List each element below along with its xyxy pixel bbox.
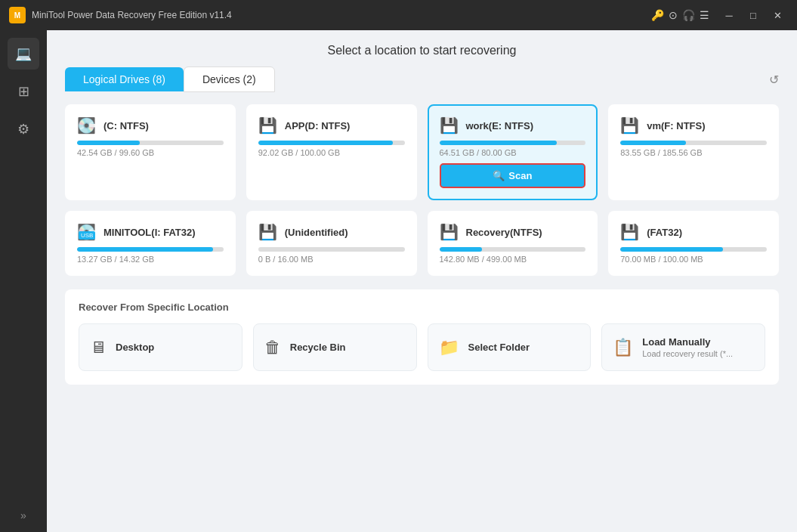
drive-size: 13.27 GB / 14.32 GB xyxy=(77,255,224,264)
drive-progress-fill xyxy=(620,141,686,145)
drive-size: 83.55 GB / 185.56 GB xyxy=(620,148,767,157)
drive-progress-bar xyxy=(258,141,405,145)
drive-name: APP(D: NTFS) xyxy=(285,120,351,131)
drive-card-top: 💽 USB MINITOOL(I: FAT32) xyxy=(77,223,224,241)
drive-card-top: 💾 Recovery(NTFS) xyxy=(440,223,586,241)
drive-card-work[interactable]: 💾 work(E: NTFS) 64.51 GB / 80.00 GB 🔍 Sc… xyxy=(428,104,598,200)
title-bar: M MiniTool Power Data Recovery Free Edit… xyxy=(0,0,797,30)
recover-card-desktop[interactable]: 🖥 Desktop xyxy=(79,323,242,371)
app-body: 💻 ⊞ ⚙ » Select a location to start recov… xyxy=(0,30,797,532)
app-logo: M xyxy=(9,7,26,23)
sidebar-item-scan[interactable]: 💻 xyxy=(8,38,39,70)
manual-text-group: Load Manually Load recovery result (*... xyxy=(642,336,733,358)
drive-card-top: 💾 (FAT32) xyxy=(620,223,767,241)
drive-progress-bar xyxy=(440,141,586,145)
drive-card-top: 💾 (Unidentified) xyxy=(258,223,405,241)
sidebar-item-grid[interactable]: ⊞ xyxy=(8,76,39,107)
drive-size: 42.54 GB / 99.60 GB xyxy=(77,148,224,157)
recover-section: Recover From Specific Location 🖥 Desktop… xyxy=(65,289,779,385)
drive-size: 142.80 MB / 499.00 MB xyxy=(440,255,586,264)
window-controls: ─ □ ✕ xyxy=(718,5,788,26)
drive-card-top: 💾 APP(D: NTFS) xyxy=(258,116,405,135)
drive-progress-fill xyxy=(258,141,393,145)
minimize-button[interactable]: ─ xyxy=(718,5,740,26)
drive-name: Recovery(NTFS) xyxy=(466,227,542,238)
drive-progress-bar xyxy=(440,247,586,252)
search-icon: 🔍 xyxy=(493,170,505,181)
folder-icon: 📁 xyxy=(439,338,459,357)
manual-sublabel: Load recovery result (*... xyxy=(642,349,733,358)
drive-icon-wrap: 💽 USB xyxy=(77,223,96,241)
recycle-icon: 🗑 xyxy=(264,338,281,357)
drive-icon: 💾 xyxy=(440,223,459,241)
recover-section-title: Recover From Specific Location xyxy=(79,302,765,313)
drive-name: vm(F: NTFS) xyxy=(647,120,705,131)
recover-card-manual[interactable]: 📋 Load Manually Load recovery result (*.… xyxy=(601,323,765,371)
desktop-icon: 🖥 xyxy=(90,338,107,357)
drive-name: MINITOOL(I: FAT32) xyxy=(103,227,196,238)
drive-card-top: 💾 work(E: NTFS) xyxy=(440,116,586,135)
recover-card-recycle[interactable]: 🗑 Recycle Bin xyxy=(253,323,417,371)
drive-size: 0 B / 16.00 MB xyxy=(258,255,405,264)
app-title: MiniTool Power Data Recovery Free Editio… xyxy=(32,10,651,20)
drive-progress-fill xyxy=(440,247,482,252)
drive-size: 70.00 MB / 100.00 MB xyxy=(620,255,767,264)
drive-card-vm[interactable]: 💾 vm(F: NTFS) 83.55 GB / 185.56 GB xyxy=(608,104,779,200)
menu-icon[interactable]: ☰ xyxy=(700,9,709,21)
recycle-label: Recycle Bin xyxy=(290,342,346,353)
drive-progress-bar xyxy=(258,247,405,252)
title-action-icons: 🔑 ⊙ 🎧 ☰ xyxy=(651,9,709,21)
settings-icon: ⚙ xyxy=(17,121,29,138)
drive-card-minitool[interactable]: 💽 USB MINITOOL(I: FAT32) 13.27 GB / 14.3… xyxy=(65,211,236,276)
drive-name: (Unidentified) xyxy=(285,227,348,238)
drive-name: (FAT32) xyxy=(647,227,682,238)
drive-progress-fill xyxy=(77,141,140,145)
folder-label: Select Folder xyxy=(468,342,530,353)
drive-progress-fill xyxy=(620,247,723,252)
page-title: Select a location to start recovering xyxy=(47,30,797,66)
drive-card-unidentified[interactable]: 💾 (Unidentified) 0 B / 16.00 MB xyxy=(246,211,417,276)
drive-progress-bar xyxy=(77,141,224,145)
tab-logical-drives[interactable]: Logical Drives (8) xyxy=(65,67,184,91)
drive-card-recovery[interactable]: 💾 Recovery(NTFS) 142.80 MB / 499.00 MB xyxy=(428,211,598,276)
maximize-button[interactable]: □ xyxy=(743,5,764,26)
close-button[interactable]: ✕ xyxy=(767,5,788,26)
folder-text-group: Select Folder xyxy=(468,342,530,353)
usb-badge: USB xyxy=(79,231,95,240)
scan-button[interactable]: 🔍 Scan xyxy=(440,163,586,188)
drive-card-app[interactable]: 💾 APP(D: NTFS) 92.02 GB / 100.00 GB xyxy=(246,104,417,200)
sidebar-expand[interactable]: » xyxy=(20,509,26,532)
drive-progress-bar xyxy=(77,247,224,252)
sidebar: 💻 ⊞ ⚙ » xyxy=(0,30,47,532)
recover-grid: 🖥 Desktop 🗑 Recycle Bin 📁 Select Folder … xyxy=(79,323,765,371)
drive-card-top: 💾 vm(F: NTFS) xyxy=(620,116,767,135)
headset-icon[interactable]: 🎧 xyxy=(682,9,695,21)
drive-icon: 💾 xyxy=(440,116,459,135)
drive-progress-fill xyxy=(77,247,213,252)
key-icon[interactable]: 🔑 xyxy=(651,9,664,21)
tabs-bar: Logical Drives (8) Devices (2) ↺ xyxy=(47,66,797,92)
account-icon[interactable]: ⊙ xyxy=(669,9,678,21)
drive-card-c[interactable]: 💽 (C: NTFS) 42.54 GB / 99.60 GB xyxy=(65,104,236,200)
drive-size: 92.02 GB / 100.00 GB xyxy=(258,148,405,157)
drive-progress-bar xyxy=(620,141,767,145)
main-content: Select a location to start recovering Lo… xyxy=(47,30,797,532)
refresh-button[interactable]: ↺ xyxy=(769,73,779,87)
grid-icon: ⊞ xyxy=(18,83,29,100)
drive-icon: 💽 xyxy=(77,116,96,135)
recover-card-folder[interactable]: 📁 Select Folder xyxy=(428,323,592,371)
drive-size: 64.51 GB / 80.00 GB xyxy=(440,148,586,157)
sidebar-item-settings[interactable]: ⚙ xyxy=(8,113,39,145)
drive-icon: 💾 xyxy=(620,116,639,135)
drive-progress-bar xyxy=(620,247,767,252)
recycle-text-group: Recycle Bin xyxy=(290,342,346,353)
manual-icon: 📋 xyxy=(613,338,633,357)
drive-icon: 💾 xyxy=(258,223,277,241)
desktop-text-group: Desktop xyxy=(116,342,154,353)
drive-name: (C: NTFS) xyxy=(103,120,149,131)
drive-card-fat32[interactable]: 💾 (FAT32) 70.00 MB / 100.00 MB xyxy=(608,211,779,276)
expand-icon: » xyxy=(20,509,26,521)
tab-devices[interactable]: Devices (2) xyxy=(184,66,275,92)
manual-label: Load Manually xyxy=(642,336,733,348)
drive-name: work(E: NTFS) xyxy=(466,120,534,131)
